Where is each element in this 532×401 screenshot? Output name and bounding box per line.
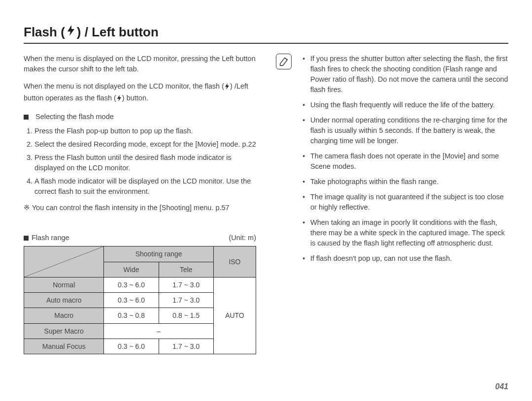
step-item: Press the Flash button until the desired… [34, 153, 256, 173]
tip-item: Under normal operating conditions the re… [304, 115, 508, 146]
step-item: Select the desired Recording mode, excep… [34, 139, 256, 150]
row-label: Macro [24, 308, 104, 323]
col-tele: Tele [159, 262, 213, 277]
note-icon [276, 54, 292, 69]
cell-tele: 1.7 ~ 3.0 [159, 293, 213, 308]
tip-item: When taking an image in poorly lit condi… [304, 217, 508, 248]
row-label: Super Macro [24, 323, 104, 339]
intro-paragraph-2: When the menu is not displayed on the LC… [24, 81, 256, 105]
left-column: When the menu is displayed on the LCD mo… [24, 54, 256, 354]
svg-marker-0 [67, 25, 74, 36]
flash-icon [66, 25, 76, 40]
selecting-flash-label: Selecting the flash mode [35, 112, 114, 122]
tip-item: The image quality is not guaranteed if t… [304, 192, 508, 213]
cell-wide: 0.3 ~ 6.0 [104, 277, 159, 292]
manual-page: Flash ( ) / Left button When the menu is… [0, 0, 532, 369]
title-prefix: Flash ( [24, 25, 65, 40]
iso-value: AUTO [213, 277, 256, 354]
flash-icon [116, 94, 122, 105]
col-iso: ISO [213, 247, 256, 278]
flash-range-unit: (Unit: m) [229, 233, 256, 243]
tip-item: If flash doesn't pop up, can not use the… [304, 253, 508, 264]
table-corner-cell [24, 247, 104, 278]
title-bar: Flash ( ) / Left button [24, 25, 508, 44]
two-column-layout: When the menu is displayed on the LCD mo… [24, 54, 508, 354]
col-shooting-range: Shooting range [104, 247, 214, 262]
tip-item: The camera flash does not operate in the… [304, 151, 508, 172]
cell-tele: 1.7 ~ 3.0 [159, 277, 213, 292]
cell-tele: 1.7 ~ 3.0 [159, 339, 213, 354]
flash-icon [224, 83, 230, 93]
page-number: 041 [495, 382, 508, 391]
square-bullet-icon [24, 236, 29, 241]
cell-merged: – [104, 323, 214, 339]
square-bullet-icon [24, 115, 29, 120]
tips-block: If you press the shutter button after se… [276, 54, 508, 269]
cell-wide: 0.3 ~ 6.0 [104, 293, 159, 308]
title-suffix: ) / Left button [77, 25, 159, 40]
tip-item: Take photographs within the flash range. [304, 177, 508, 187]
svg-marker-1 [225, 83, 229, 90]
tips-list: If you press the shutter button after se… [297, 54, 508, 269]
row-label: Normal [24, 277, 104, 292]
selecting-flash-heading: Selecting the flash mode [24, 112, 256, 122]
cell-tele: 0.8 ~ 1.5 [159, 308, 213, 323]
tip-item: If you press the shutter button after se… [304, 54, 508, 95]
flash-range-label: Flash range [32, 234, 69, 242]
right-column: If you press the shutter button after se… [276, 54, 508, 354]
flash-range-header: Flash range (Unit: m) [24, 233, 256, 243]
steps-list: Press the Flash pop-up button to pop up … [24, 126, 256, 197]
intro-paragraph-1: When the menu is displayed on the LCD mo… [24, 54, 256, 74]
row-label: Manual Focus [24, 339, 104, 354]
flash-intensity-note: ※ You can control the flash intensity in… [24, 203, 256, 213]
flash-range-table: Shooting range ISO Wide Tele Normal 0.3 … [24, 246, 256, 354]
svg-marker-2 [117, 95, 121, 101]
step-item: Press the Flash pop-up button to pop up … [34, 126, 256, 136]
step-item: A flash mode indicator will be displayed… [34, 176, 256, 197]
tip-item: Using the flash frequently will reduce t… [304, 100, 508, 110]
page-heading: Flash ( ) / Left button [24, 25, 508, 40]
cell-wide: 0.3 ~ 0.8 [104, 308, 159, 323]
col-wide: Wide [104, 262, 159, 277]
row-label: Auto macro [24, 293, 104, 308]
cell-wide: 0.3 ~ 6.0 [104, 339, 159, 354]
